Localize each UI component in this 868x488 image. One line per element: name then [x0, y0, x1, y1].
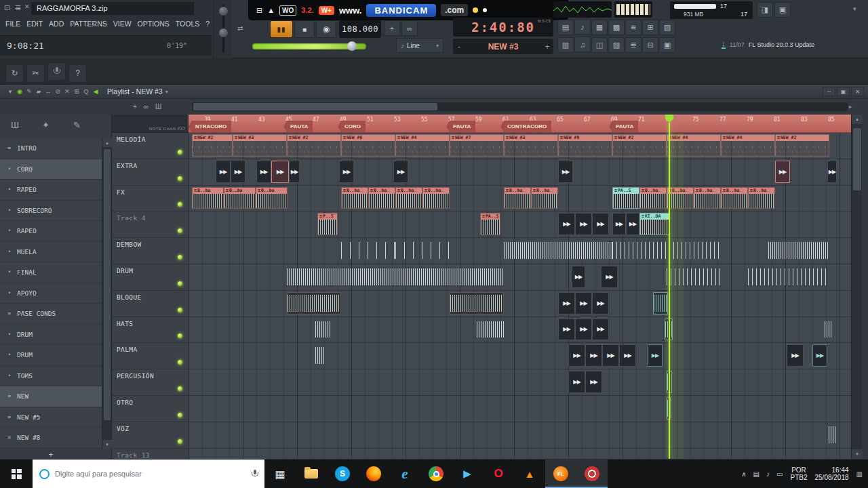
clip-new-7[interactable]: ≡NEW #7 [450, 134, 504, 157]
track-header-2[interactable]: EXTRA [112, 159, 189, 186]
grid-rows[interactable]: ≡NEW #2≡NEW #3≡NEW #2≡NEW #6≡NEW #4≡NEW … [189, 133, 851, 459]
automation-clip[interactable]: ▶▶ [558, 292, 575, 314]
hidden-icons-chevron-icon[interactable]: ∧ [741, 470, 746, 478]
menu-tools[interactable]: TOOLS [176, 20, 199, 28]
grid-view-icon[interactable]: Ш [155, 103, 161, 110]
pattern-item-final-7[interactable]: •FINAL [0, 262, 102, 283]
automation-clip[interactable]: ▶▶ [568, 344, 585, 367]
automation-clip[interactable]: ▶▶ [575, 319, 592, 341]
track-lane-4[interactable]: ≡P..S≡PA..S▶▶▶▶▶▶▶▶▶▶≡KI..DA [189, 211, 851, 238]
update-notification[interactable]: ↓ 11/07 FL Studio 20.0.3 Update [722, 37, 865, 53]
record-button[interactable]: ◉ [316, 20, 336, 38]
picker-patterns-icon[interactable]: ✦ [42, 120, 50, 130]
panel-toggle-icon-2-1[interactable]: ▥ [557, 37, 574, 53]
automation-clip[interactable]: ▶▶ [585, 344, 602, 367]
panel-toggle-icon-1-1[interactable]: ▤ [557, 20, 574, 35]
clip-b-ba[interactable]: ≡B..ba [192, 187, 224, 209]
track-lane-2[interactable]: ▶▶▶▶▶▶▶▶▶▶▶▶▶▶▶▶▶▶▶▶ [189, 159, 851, 186]
options-panel-icon[interactable]: ▣ [774, 2, 791, 18]
midi-clip[interactable] [341, 239, 395, 262]
taskbar-app-firefox[interactable] [358, 460, 389, 488]
close-icon[interactable]: ✕ [851, 87, 864, 96]
playlist-title-caret[interactable]: ▾ [165, 89, 168, 95]
track-led-icon[interactable] [178, 202, 182, 207]
automation-clip[interactable]: ▶▶ [572, 266, 585, 288]
clip-new-2[interactable]: ≡NEW #2 [612, 134, 667, 157]
midi-clip[interactable] [825, 319, 833, 341]
horizontal-scroll-thumb[interactable] [193, 103, 437, 110]
midi-clip[interactable] [829, 424, 835, 446]
clip-b-ba[interactable]: ≡B..ba [639, 187, 667, 209]
pattern-item-drum-10[interactable]: •DRUM [0, 325, 102, 346]
track-header-13[interactable]: Track 13 [112, 449, 189, 459]
menu-[interactable]: ? [205, 20, 210, 28]
automation-clip[interactable]: ▶▶ [612, 213, 626, 235]
track-lane-3[interactable]: ≡B..ba≡B..ba≡B..ba≡B..ba≡B..ba≡B..ba≡B..… [189, 186, 851, 212]
typing-keyboard-icon[interactable]: + [384, 20, 400, 36]
automation-clip[interactable]: ▶▶ [827, 161, 837, 183]
taskbar-app-edge[interactable]: e [389, 460, 420, 488]
midi-clip[interactable] [612, 239, 721, 262]
battery-icon[interactable]: ▭ [776, 470, 783, 478]
track-led-icon[interactable] [178, 281, 182, 286]
scroll-up-icon[interactable]: ▴ [852, 115, 863, 124]
track-led-icon[interactable] [178, 439, 182, 444]
link-icon[interactable]: ∞ [144, 103, 149, 110]
stop-button[interactable]: ■ [294, 20, 315, 38]
automation-clip[interactable]: ▶▶ [216, 161, 231, 183]
automation-clip[interactable]: ▶▶ [592, 292, 609, 314]
panel-toggle-icon-2-6[interactable]: ⊟ [642, 37, 658, 53]
timeline-marker-contracoro[interactable]: CONTRACORO [500, 121, 551, 132]
clip-b-ba[interactable]: ≡B..ba [721, 187, 748, 209]
tray-panel-icon[interactable]: ◨ [757, 2, 773, 18]
song-position-slider[interactable] [252, 43, 366, 49]
track-lane-8[interactable]: ▶▶▶▶▶▶ [189, 317, 851, 344]
clip-new-3[interactable]: ≡NEW #3 [504, 134, 558, 157]
midi-clip[interactable] [287, 266, 504, 288]
pattern-item-new-8-15[interactable]: ≡NEW #8 [0, 428, 102, 449]
panel-toggle-icon-1-5[interactable]: ≋ [625, 20, 642, 35]
midi-clip[interactable] [504, 239, 612, 262]
action-center-icon[interactable]: ▥ [856, 470, 863, 478]
slip-tool-icon[interactable]: ↔ [43, 88, 53, 95]
clip-b-ba[interactable]: ≡B..ba [504, 187, 531, 209]
close-project-icon[interactable]: ✕ [24, 3, 30, 10]
track-lane-11[interactable] [189, 396, 851, 422]
monitor-icon[interactable]: ⊡ [4, 3, 10, 12]
panel-toggle-icon-1-4[interactable]: ▩ [608, 20, 625, 35]
playhead-line[interactable] [669, 123, 670, 459]
picker-scrollbar[interactable]: ▴ ▾ [102, 138, 111, 449]
clip-new-2[interactable]: ≡NEW #2 [775, 134, 829, 157]
taskbar-app-skype[interactable]: S [327, 460, 358, 488]
horizontal-scrollbar[interactable] [192, 102, 848, 111]
picker-audio-icon[interactable]: ✎ [73, 120, 81, 130]
picker-scroll-down-icon[interactable]: ▾ [102, 440, 112, 449]
search-mic-icon[interactable] [252, 470, 258, 479]
track-header-9[interactable]: PALMA [112, 343, 189, 369]
pattern-item-new-5-14[interactable]: ≡NEW #5 [0, 407, 102, 428]
clip-new-2[interactable]: ≡NEW #2 [192, 134, 233, 157]
network-icon[interactable]: ▤ [753, 470, 760, 478]
midi-clip[interactable] [315, 344, 326, 367]
playback-tool-icon[interactable]: Q [81, 88, 91, 95]
clip-b-ba[interactable]: ≡B..ba [748, 187, 775, 209]
track-led-icon[interactable] [178, 150, 182, 155]
automation-clip[interactable]: ▶▶ [575, 213, 592, 235]
automation-clip[interactable]: ▶▶ [775, 161, 790, 183]
automation-clip[interactable]: ▶▶ [602, 344, 619, 367]
clip-b-ba[interactable]: ≡B..ba [422, 187, 450, 209]
help-icon[interactable]: ? [68, 64, 87, 83]
panel-toggle-icon-1-2[interactable]: ♪ [574, 19, 591, 35]
volume-knob[interactable] [219, 7, 228, 16]
clip-b-ba[interactable]: ≡B..ba [256, 187, 288, 209]
zoom-tool-icon[interactable]: ⊞ [72, 88, 81, 95]
automation-clip[interactable]: ▶▶ [626, 213, 639, 235]
automation-clip[interactable]: ▶▶ [558, 161, 573, 183]
clip-ki-da[interactable]: ≡KI..DA [639, 213, 670, 235]
main-menu-icon[interactable]: ≣ [15, 3, 21, 12]
track-led-icon[interactable] [178, 228, 182, 233]
menu-view[interactable]: VIEW [113, 20, 132, 28]
track-header-3[interactable]: FX [112, 186, 189, 212]
track-header-1[interactable]: MELODÍA [112, 133, 189, 159]
automation-clip[interactable]: ▶▶ [648, 344, 663, 367]
